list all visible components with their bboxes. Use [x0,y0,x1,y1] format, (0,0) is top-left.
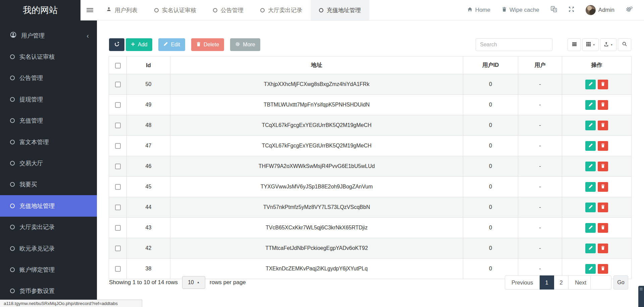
circle-icon [10,204,15,208]
home-link[interactable]: Home [467,7,490,14]
column-header[interactable]: 地址 [170,56,463,74]
nav-tab[interactable]: 充值地址管理 [311,0,369,20]
row-delete-button[interactable] [598,182,608,192]
more-button[interactable]: More [230,38,260,51]
row-delete-button[interactable] [598,141,608,151]
row-edit-button[interactable] [585,203,596,212]
row-edit-button[interactable] [585,264,596,274]
sidebar-item[interactable]: 大厅卖出记录 [0,217,97,238]
cell-user: - [518,177,562,197]
trash-icon [601,164,605,169]
nav-tab[interactable]: 实名认证审核 [146,0,205,20]
row-checkbox[interactable] [115,184,121,190]
cell-actions [562,74,632,95]
sidebar-item[interactable]: 交易大厅 [0,152,97,174]
translate-button[interactable]: 文A [551,6,557,14]
circle-icon [10,118,15,123]
sidebar-item[interactable]: 货币参数设置 [0,280,97,302]
column-header[interactable]: Id [127,56,170,74]
sidebar-item[interactable]: 提现管理 [0,89,97,110]
page-jump-input[interactable] [590,275,611,290]
table-row: 45 TYXGVwwJsMV6yJSp1B8E2oh9JBogZAnVum 0 … [109,177,632,197]
row-checkbox[interactable] [115,82,121,87]
edit-label: Edit [171,42,180,48]
row-delete-button[interactable] [598,203,608,212]
row-edit-button[interactable] [585,182,596,192]
sidebar-item-label: 交易大厅 [19,159,43,167]
sidebar-item[interactable]: 我要买 [0,174,97,195]
pencil-icon [588,184,593,190]
row-checkbox[interactable] [115,143,121,149]
columns-dropdown-button[interactable]: ▼ [582,38,599,51]
circle-icon [10,97,15,102]
row-delete-button[interactable] [598,80,608,89]
fullscreen-button[interactable] [569,6,574,14]
row-edit-button[interactable] [585,100,596,110]
wipe-cache-link[interactable]: Wipe cache [502,7,539,14]
row-delete-button[interactable] [598,244,608,253]
add-label: Add [138,42,147,48]
pagination-previous[interactable]: Previous [505,275,540,290]
sidebar-item[interactable]: 富文本管理 [0,131,97,152]
row-checkbox[interactable] [115,123,121,128]
admin-menu[interactable]: Admin [586,5,614,15]
go-button[interactable]: Go [613,275,628,290]
row-delete-button[interactable] [598,264,608,274]
row-edit-button[interactable] [585,80,596,89]
card-view-button[interactable] [568,38,581,51]
table-row: 46 THFW79A2oXWWkSwMsjR4PvvG6E1bU5wLUd 0 … [109,156,632,177]
row-edit-button[interactable] [585,141,596,151]
row-edit-button[interactable] [585,223,596,233]
row-checkbox[interactable] [115,164,121,169]
sidebar-item[interactable]: 实名认证审核 [0,46,97,67]
circle-icon [10,267,15,272]
hamburger-menu-icon[interactable] [87,0,93,20]
sidebar-item[interactable]: 欧元承兑记录 [0,238,97,259]
pagination-page[interactable]: 1 [540,275,554,290]
circle-icon [10,54,15,59]
page-size-dropdown[interactable]: 10 ▲ [182,276,205,289]
row-delete-button[interactable] [598,100,608,110]
refresh-button[interactable] [109,38,124,51]
column-header[interactable]: 用户 [518,56,562,74]
row-checkbox[interactable] [115,102,121,108]
pagination-next[interactable]: Next [569,275,593,290]
sidebar-item[interactable]: 公告管理 [0,68,97,89]
nav-tab[interactable]: 用户列表 [98,0,146,20]
pencil-icon [588,225,593,231]
add-button[interactable]: Add [126,38,152,51]
edit-button[interactable]: Edit [158,38,185,51]
settings-button[interactable] [626,6,633,14]
pencil-icon [588,266,593,272]
row-edit-button[interactable] [585,121,596,130]
cell-id: 44 [127,197,170,218]
row-checkbox[interactable] [115,266,121,272]
delete-button[interactable]: Delete [191,38,224,51]
nav-tab[interactable]: 公告管理 [205,0,252,20]
search-toggle-button[interactable] [618,38,631,51]
sidebar-item[interactable]: 充值管理 [0,110,97,131]
row-delete-button[interactable] [598,162,608,171]
circle-icon [213,8,217,12]
sidebar-item[interactable]: 用户管理‹ [0,25,97,46]
debug-panel-toggle[interactable] [638,286,644,307]
pagination-page[interactable]: 2 [554,275,569,290]
search-input[interactable] [476,38,552,51]
row-checkbox[interactable] [115,246,121,251]
row-checkbox[interactable] [115,225,121,231]
row-edit-button[interactable] [585,244,596,253]
row-checkbox[interactable] [115,205,121,210]
column-header[interactable]: 操作 [562,56,632,74]
column-header[interactable]: 用户ID [463,56,518,74]
circle-icon [260,8,265,12]
row-delete-button[interactable] [598,121,608,130]
row-edit-button[interactable] [585,162,596,171]
circle-icon [10,182,15,187]
nav-tab[interactable]: 大厅卖出记录 [252,0,311,20]
sidebar-item[interactable]: 账户绑定管理 [0,259,97,280]
sidebar-item[interactable]: 充值地址管理 [0,195,97,216]
select-all-checkbox[interactable] [115,63,121,69]
export-dropdown-button[interactable]: ▼ [600,38,616,51]
row-delete-button[interactable] [598,223,608,233]
table-tools: ▼ ▼ [558,38,631,51]
